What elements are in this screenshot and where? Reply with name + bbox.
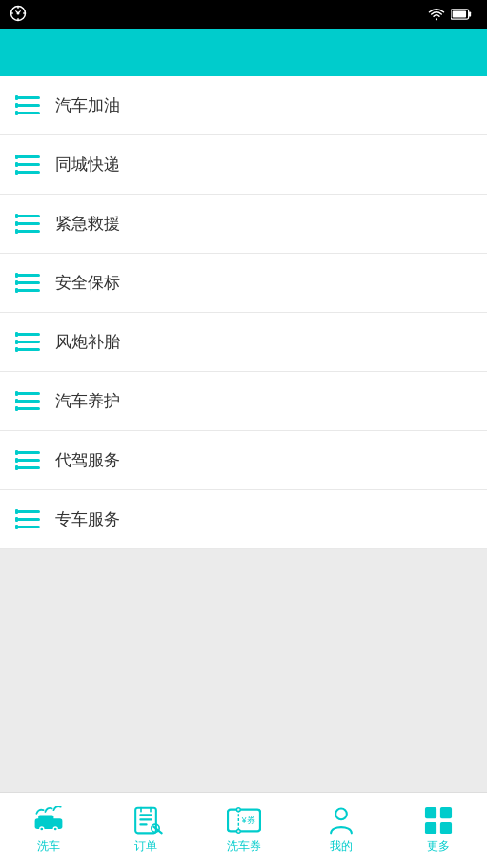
svg-rect-5 <box>17 96 40 99</box>
svg-text:¥: ¥ <box>240 816 246 825</box>
svg-rect-23 <box>17 274 40 277</box>
car-wash-icon <box>31 806 66 835</box>
tab-item-wash[interactable]: 洗车 <box>0 793 97 868</box>
list-item[interactable]: 同城快递 <box>0 135 487 195</box>
list-item[interactable]: 紧急救援 <box>0 195 487 254</box>
list-item-icon <box>15 211 42 238</box>
list-item-icon <box>15 329 42 356</box>
list-item[interactable]: 风炮补胎 <box>0 313 487 372</box>
svg-rect-20 <box>15 214 18 218</box>
list-item-label: 汽车加油 <box>55 94 120 116</box>
svg-rect-37 <box>17 407 40 410</box>
list-item-label: 同城快递 <box>55 154 120 176</box>
svg-rect-72 <box>425 822 436 834</box>
list-item-label: 风炮补胎 <box>55 331 120 353</box>
svg-rect-6 <box>17 104 40 107</box>
list-item-icon <box>15 270 42 297</box>
list-item[interactable]: 安全保标 <box>0 254 487 313</box>
svg-rect-42 <box>17 459 40 462</box>
svg-point-69 <box>335 809 347 820</box>
svg-rect-15 <box>15 162 18 167</box>
list-item[interactable]: 专车服务 <box>0 490 487 549</box>
svg-rect-21 <box>15 221 18 226</box>
svg-rect-49 <box>17 526 40 528</box>
svg-rect-34 <box>15 347 18 352</box>
list-item-icon <box>15 388 42 415</box>
service-list: 汽车加油 同城快递 紧急救援 安全保标 风炮补胎 汽车养护 <box>0 76 487 549</box>
tab-item-order[interactable]: 订单 <box>97 793 194 868</box>
svg-rect-3 <box>469 11 472 16</box>
svg-rect-73 <box>440 822 452 834</box>
list-item-icon <box>15 506 42 533</box>
svg-rect-24 <box>17 281 40 284</box>
svg-rect-62 <box>140 823 148 825</box>
svg-rect-54 <box>38 816 53 820</box>
svg-rect-71 <box>440 807 452 818</box>
svg-rect-12 <box>17 163 40 166</box>
svg-rect-61 <box>140 818 152 820</box>
svg-rect-26 <box>15 273 18 278</box>
svg-rect-41 <box>17 451 40 454</box>
svg-point-66 <box>236 829 240 833</box>
tab-bar: 洗车 订单 ¥ 券 洗车券 我的 更多 <box>0 792 487 868</box>
svg-rect-48 <box>17 518 40 521</box>
list-item-label: 专车服务 <box>55 508 120 530</box>
svg-rect-11 <box>17 155 40 158</box>
list-item[interactable]: 汽车加油 <box>0 76 487 135</box>
list-item[interactable]: 汽车养护 <box>0 372 487 431</box>
tab-label-mine: 我的 <box>330 838 353 855</box>
svg-point-57 <box>41 828 44 831</box>
coupon-icon: ¥ 券 <box>227 806 261 835</box>
svg-rect-25 <box>17 289 40 292</box>
svg-rect-40 <box>15 406 18 411</box>
svg-rect-4 <box>453 11 466 18</box>
svg-rect-52 <box>15 525 18 529</box>
svg-point-65 <box>236 808 240 812</box>
wifi-icon <box>428 8 445 21</box>
svg-rect-70 <box>425 807 436 818</box>
tab-item-mine[interactable]: 我的 <box>293 793 390 868</box>
svg-rect-30 <box>17 341 40 343</box>
tab-label-wash: 洗车 <box>37 838 60 855</box>
list-item[interactable]: 代驾服务 <box>0 431 487 490</box>
svg-rect-50 <box>15 509 18 514</box>
list-item-icon <box>15 447 42 474</box>
svg-rect-19 <box>17 230 40 233</box>
svg-rect-33 <box>15 340 18 344</box>
tab-label-order: 订单 <box>134 838 157 855</box>
svg-rect-46 <box>15 465 18 470</box>
status-icons <box>428 8 477 21</box>
list-item-label: 安全保标 <box>55 272 120 294</box>
svg-rect-16 <box>15 170 18 175</box>
svg-text:券: 券 <box>247 816 255 825</box>
svg-rect-31 <box>17 348 40 351</box>
tab-item-coupon[interactable]: ¥ 券 洗车券 <box>194 793 292 868</box>
svg-rect-18 <box>17 222 40 225</box>
order-icon <box>129 806 163 835</box>
svg-rect-8 <box>15 95 18 100</box>
svg-rect-29 <box>17 333 40 336</box>
svg-rect-36 <box>17 400 40 403</box>
svg-rect-22 <box>15 229 18 234</box>
svg-rect-45 <box>15 458 18 463</box>
svg-rect-60 <box>140 814 152 816</box>
svg-rect-51 <box>15 517 18 522</box>
compass-icon <box>10 5 27 25</box>
tab-label-more: 更多 <box>427 838 450 855</box>
svg-rect-13 <box>17 171 40 174</box>
list-item-icon <box>15 152 42 178</box>
list-item-label: 汽车养护 <box>55 390 120 412</box>
svg-rect-39 <box>15 399 18 403</box>
svg-rect-43 <box>17 466 40 469</box>
svg-rect-32 <box>15 332 18 337</box>
list-item-icon <box>15 93 42 119</box>
tab-label-coupon: 洗车券 <box>227 838 261 855</box>
svg-rect-7 <box>17 112 40 114</box>
status-bar <box>0 0 487 29</box>
svg-rect-14 <box>15 155 18 159</box>
tab-item-more[interactable]: 更多 <box>390 793 487 868</box>
svg-rect-35 <box>17 392 40 395</box>
nav-bar <box>0 29 487 76</box>
more-icon <box>421 806 456 835</box>
svg-rect-17 <box>17 215 40 217</box>
